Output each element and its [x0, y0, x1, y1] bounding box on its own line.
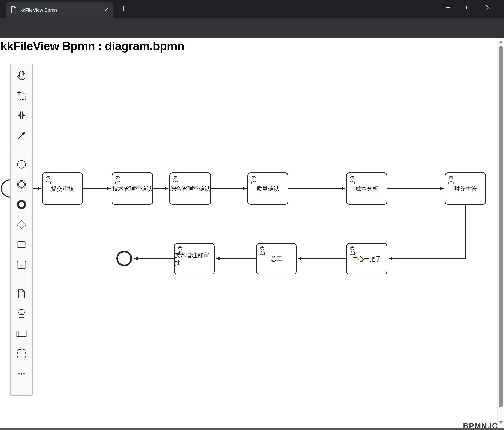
bpmn-palette — [10, 64, 33, 396]
tab-close-icon[interactable] — [104, 8, 108, 13]
task-label: 总工 — [271, 255, 282, 263]
task-node[interactable]: 综合管理室确认 — [169, 172, 211, 205]
task-label: 技术管理室确认 — [112, 185, 153, 193]
window-maximize-button[interactable] — [458, 0, 478, 15]
vertical-scrollbar[interactable] — [497, 39, 504, 430]
scroll-down-arrow-icon[interactable] — [499, 421, 503, 424]
create-subprocess-icon[interactable] — [16, 259, 27, 270]
create-end-event-icon[interactable] — [16, 199, 27, 210]
create-participant-icon[interactable] — [16, 328, 27, 340]
scrollbar-thumb[interactable] — [499, 46, 503, 407]
task-node[interactable]: 技术管理部审批 — [174, 243, 215, 275]
task-label: 中心一把手 — [352, 255, 381, 263]
user-task-icon — [45, 175, 52, 184]
user-task-icon — [177, 246, 184, 255]
user-task-icon — [349, 246, 356, 255]
create-gateway-icon[interactable] — [16, 219, 27, 230]
create-start-event-icon[interactable] — [16, 159, 27, 170]
lasso-tool-icon[interactable] — [16, 90, 27, 101]
bottom-edge-bar — [0, 428, 504, 430]
palette-more-icon[interactable] — [16, 368, 27, 380]
task-label: 提交审核 — [51, 185, 74, 193]
task-label: 成本分析 — [355, 185, 378, 193]
scroll-up-arrow-icon[interactable] — [499, 40, 503, 44]
browser-tab[interactable]: kkFileView Bpmn — [6, 2, 113, 18]
task-node[interactable]: 技术管理室确认 — [112, 172, 153, 205]
create-task-icon[interactable] — [16, 239, 27, 250]
create-group-icon[interactable] — [16, 348, 27, 359]
user-task-icon — [349, 175, 356, 184]
bpmn-connections — [0, 39, 504, 430]
window-close-button[interactable] — [478, 0, 498, 15]
global-connect-tool-icon[interactable] — [16, 130, 27, 141]
user-task-icon — [172, 175, 180, 184]
create-intermediate-event-icon[interactable] — [16, 179, 27, 190]
task-node[interactable]: 质量确认 — [247, 172, 288, 205]
browser-toolbar: https:// file.kkview.cn /onlinePreview?u… — [0, 18, 504, 38]
palette-separator — [14, 279, 29, 279]
window-minimize-button[interactable] — [438, 0, 458, 15]
end-event[interactable] — [116, 251, 132, 266]
viewer-page: kkFileView Bpmn : diagram.bpmn — [0, 39, 504, 430]
user-task-icon — [259, 246, 266, 255]
user-task-icon — [114, 175, 122, 184]
user-task-icon — [250, 175, 258, 184]
palette-separator — [14, 150, 29, 150]
task-node[interactable]: 成本分析 — [346, 172, 387, 205]
task-label: 质量确认 — [257, 185, 279, 193]
space-tool-icon[interactable] — [16, 110, 27, 121]
hand-tool-icon[interactable] — [16, 70, 27, 81]
task-label: 综合管理室确认 — [170, 185, 210, 193]
task-node[interactable]: 财务主管 — [445, 172, 486, 205]
user-task-icon — [447, 175, 455, 184]
task-node[interactable]: 中心一把手 — [346, 243, 387, 275]
new-tab-button[interactable] — [121, 6, 127, 13]
document-icon — [11, 6, 17, 14]
create-data-object-icon[interactable] — [16, 288, 27, 299]
task-label: 财务主管 — [454, 185, 477, 193]
task-node[interactable]: 提交审核 — [42, 172, 83, 205]
create-data-store-icon[interactable] — [16, 308, 27, 319]
tab-title: kkFileView Bpmn — [20, 7, 100, 13]
browser-titlebar: kkFileView Bpmn — [0, 0, 504, 18]
task-node[interactable]: 总工 — [256, 243, 297, 275]
